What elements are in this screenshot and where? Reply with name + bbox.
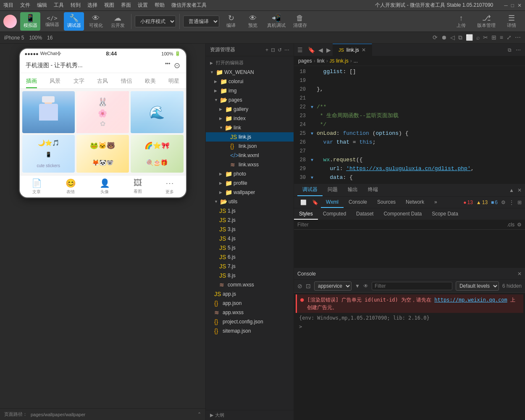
inner-bookmark-icon[interactable]: 🔖	[309, 200, 321, 205]
rotate-icon[interactable]: ⟳	[433, 34, 438, 41]
nav-more[interactable]: ⋯ 更多	[165, 178, 174, 195]
debugger-btn[interactable]: 🔧 调试器	[64, 12, 84, 31]
console-filter-input[interactable]	[375, 283, 449, 289]
tab-couple[interactable]: 情侣	[121, 76, 132, 88]
inner-tab-network[interactable]: Network	[401, 197, 429, 208]
more-device-icon[interactable]: ⋯	[515, 34, 521, 41]
tab-output[interactable]: 输出	[343, 184, 363, 196]
tab-star[interactable]: 明星	[168, 76, 179, 88]
copy-icon[interactable]: ⧉	[458, 34, 462, 41]
console-eye-icon[interactable]: 👁	[363, 283, 368, 289]
nav-avatar[interactable]: 👤 头像	[100, 178, 110, 195]
collapse-devtools-icon[interactable]: ▲	[509, 187, 514, 193]
inner-tab-sources[interactable]: Sources	[372, 197, 401, 208]
console-clear-icon[interactable]: ⊘	[297, 283, 302, 289]
utils-folder[interactable]: ▼ 📂 utils	[206, 197, 294, 206]
app-js[interactable]: JS app.js	[206, 289, 294, 299]
clear-cache-btn[interactable]: 🗑 清缓存	[290, 12, 310, 31]
tab-issues[interactable]: 问题	[323, 184, 343, 196]
link-wxss-file[interactable]: ≋ link.wxss	[206, 160, 294, 169]
nav-emoji[interactable]: 😊 表情	[66, 178, 76, 195]
bookmark-icon[interactable]: 🔖	[306, 47, 317, 53]
menu-settings[interactable]: 设置	[138, 2, 148, 9]
tab-close-btn[interactable]: ✕	[362, 47, 366, 53]
preview-btn[interactable]: 👁 预览	[243, 12, 263, 31]
version-btn[interactable]: ⎇ 版本管理	[475, 12, 498, 31]
device-name[interactable]: iPhone 5	[4, 35, 24, 41]
util-2js[interactable]: JS 2.js	[206, 215, 294, 225]
cloud-btn[interactable]: ☁ 云开发	[108, 12, 128, 31]
breadcrumb-pages[interactable]: pages	[298, 58, 312, 64]
new-file-icon[interactable]: +	[265, 47, 268, 53]
tab-illustration[interactable]: 插画	[26, 76, 37, 88]
cls-btn[interactable]: .cls	[507, 222, 514, 228]
util-4js[interactable]: JS 4.js	[206, 234, 294, 243]
menu-view[interactable]: 视图	[104, 2, 114, 9]
filter-settings-icon[interactable]: ⚙	[517, 222, 522, 228]
nav-back-icon[interactable]: ◀	[317, 47, 325, 53]
more-editor-icon[interactable]: ⋯	[516, 47, 521, 53]
upload-btn[interactable]: ↑ 上传	[451, 12, 471, 31]
menu-wechat-dev[interactable]: 微信开发者工具	[171, 2, 207, 9]
wxml-panel-icon[interactable]: ⬜	[297, 200, 309, 205]
styles-tab-styles[interactable]: Styles	[294, 208, 318, 220]
menu-interface[interactable]: 界面	[121, 2, 131, 9]
colorui-folder[interactable]: ▶ 📁 colorui	[206, 77, 294, 86]
styles-filter-input[interactable]	[297, 222, 504, 228]
util-3js[interactable]: JS 3.js	[206, 225, 294, 234]
new-folder-icon[interactable]: ⊡	[271, 47, 275, 53]
inner-tab-wxml[interactable]: Wxml	[321, 197, 344, 208]
dock-inner-icon[interactable]: ⊞	[517, 200, 522, 205]
breadcrumb-link[interactable]: link	[317, 58, 325, 64]
root-folder[interactable]: ▼ 📁 WX_WENAN	[206, 68, 294, 77]
breadcrumb-link-js[interactable]: JS link.js	[330, 58, 349, 64]
util-6js[interactable]: JS 6.js	[206, 252, 294, 262]
profile-folder[interactable]: ▶ 📁 profile	[206, 178, 294, 188]
fold-arrow-25[interactable]: ▼	[311, 129, 317, 137]
app-json[interactable]: {} app.json	[206, 299, 294, 308]
console-appservice-arrow[interactable]: ▼	[355, 283, 360, 289]
gallery-folder[interactable]: ▶ 📁 gallery	[206, 105, 294, 114]
app-wxss[interactable]: ≋ app.wxss	[206, 308, 294, 317]
search-device-icon[interactable]: ⌕	[476, 34, 480, 41]
tab-ancient[interactable]: 古风	[97, 76, 108, 88]
window-minimize[interactable]: ─	[504, 3, 508, 8]
styles-tab-dataset[interactable]: Dataset	[351, 208, 378, 220]
img-folder[interactable]: ▶ 📁 img	[206, 86, 294, 95]
tab-text[interactable]: 文字	[74, 76, 84, 88]
tab-western[interactable]: 欧美	[145, 76, 156, 88]
tab-terminal[interactable]: 终端	[363, 184, 383, 196]
menu-edit[interactable]: 编辑	[37, 2, 47, 9]
index-folder[interactable]: ▶ 📁 index	[206, 114, 294, 123]
prompt-cursor[interactable]	[304, 323, 388, 330]
compile-mode-select[interactable]: 普通编译	[183, 16, 219, 27]
large-section[interactable]: ▶ 大纲	[206, 410, 294, 420]
pages-folder[interactable]: ▼ 📂 pages	[206, 95, 294, 105]
mini-mode-select[interactable]: 小程序模式	[135, 16, 176, 27]
link-js-file[interactable]: JS link.js	[206, 132, 294, 142]
link-json-file[interactable]: {} link.json	[206, 142, 294, 151]
simulator-btn[interactable]: 📱 模拟器	[20, 12, 40, 31]
close-devtools-icon[interactable]: ✕	[517, 187, 522, 193]
compile-btn[interactable]: ↻ 编译	[221, 12, 241, 31]
util-8js[interactable]: JS 8.js	[206, 271, 294, 280]
inner-tab-console[interactable]: Console	[344, 197, 372, 208]
header-dots[interactable]: •••	[165, 61, 171, 70]
comm-wxss[interactable]: ≋ comm.wxss	[206, 280, 294, 289]
scissors-icon[interactable]: ✂	[483, 34, 488, 41]
dock-icon[interactable]: ⬜	[466, 34, 473, 41]
image-cell-2[interactable]: 🐰 🌸 ✿	[76, 91, 129, 133]
header-dot-circle[interactable]: ⊙	[174, 61, 180, 70]
window-close[interactable]: ✕	[517, 3, 522, 8]
inner-tab-more[interactable]: »	[429, 197, 442, 208]
util-7js[interactable]: JS 7.js	[206, 262, 294, 271]
tab-scenery[interactable]: 风景	[50, 76, 60, 88]
image-cell-3[interactable]: 🌊	[131, 91, 183, 133]
editor-btn[interactable]: </> 编辑器	[42, 12, 62, 31]
settings-devtools-icon[interactable]: ⚙	[501, 200, 506, 205]
sticker-cell-2[interactable]: 🐸🐱🐻 🦊🐼🐨	[76, 135, 129, 173]
util-5js[interactable]: JS 5.js	[206, 243, 294, 252]
util-1js[interactable]: JS 1.js	[206, 206, 294, 215]
sticker-cell-1[interactable]: 🌙⭐🎵 📱 cute stickers	[22, 135, 75, 173]
visual-btn[interactable]: 👁 可视化	[86, 12, 106, 31]
